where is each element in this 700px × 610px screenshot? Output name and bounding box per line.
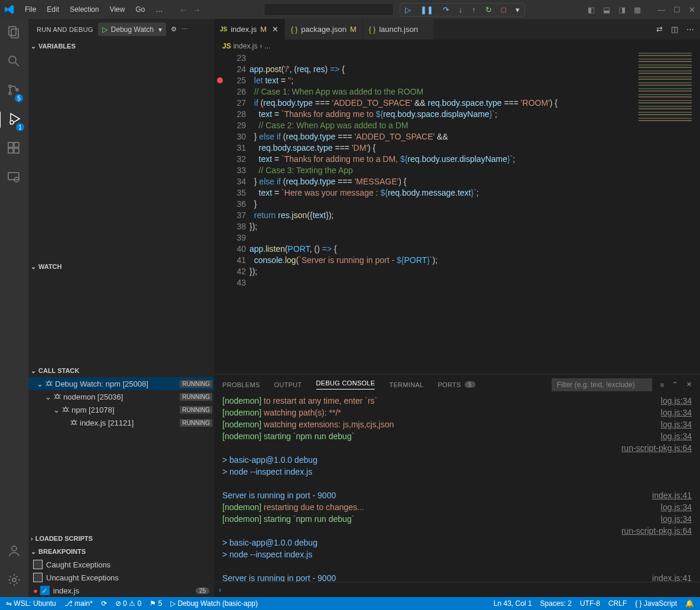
activity-explorer[interactable] [0, 25, 29, 41]
activity-search[interactable] [0, 54, 29, 70]
section-watch[interactable]: ⌄WATCH [28, 260, 214, 273]
code-line[interactable]: 43 [214, 277, 700, 288]
debug-dropdown-icon[interactable]: ▾ [516, 5, 520, 14]
menu-…[interactable]: … [151, 3, 167, 16]
restart-icon[interactable]: ↻ [485, 5, 492, 14]
section-loaded-scripts[interactable]: ›LOADED SCRIPTS [28, 532, 214, 545]
clear-console-icon[interactable]: ⌃ [672, 381, 678, 388]
code-line[interactable]: 34 } else if (req.body.type === 'MESSAGE… [214, 176, 700, 187]
code-line[interactable]: 36 } [214, 199, 700, 210]
section-variables[interactable]: ⌄VARIABLES [28, 40, 214, 53]
code-line[interactable]: 26 // Case 1: When App was added to the … [214, 86, 700, 98]
activity-scm[interactable]: 5 [0, 83, 29, 99]
start-debug-icon[interactable]: ▷ [102, 25, 108, 34]
stop-icon[interactable]: □ [501, 5, 506, 14]
code-line[interactable]: 42}); [214, 266, 700, 277]
status-item[interactable]: CRLF [608, 599, 627, 608]
debug-config-select[interactable]: ▷ Debug Watch ▾ [98, 22, 166, 36]
status-item[interactable]: { } JavaScript [635, 599, 677, 608]
status-item[interactable]: 🔔 [685, 599, 694, 608]
continue-icon[interactable]: ▷ [405, 5, 411, 14]
menu-go[interactable]: Go [131, 3, 150, 16]
tab-index.js[interactable]: JSindex.jsM✕ [214, 19, 285, 40]
code-line[interactable]: 31 req.body.space.type === 'DM') { [214, 142, 700, 154]
breadcrumb[interactable]: JS index.js › ... [214, 40, 700, 53]
more-icon[interactable]: ⋯ [686, 25, 694, 34]
code-line[interactable]: 23 [214, 53, 700, 64]
close-panel-icon[interactable]: ✕ [686, 381, 692, 388]
pause-icon[interactable]: ❚❚ [420, 5, 433, 14]
more-icon[interactable]: ⋯ [182, 25, 188, 33]
nav-back-icon[interactable]: ← [179, 5, 187, 14]
status-item[interactable]: Spaces: 2 [540, 599, 572, 608]
maximize-icon[interactable]: ☐ [673, 5, 680, 14]
console-filter-input[interactable]: Filter (e.g. text, !exclude) [552, 378, 652, 391]
callstack-row[interactable]: ⌄nodemon [25036]RUNNING [28, 390, 214, 403]
checkbox[interactable] [33, 560, 43, 569]
code-line[interactable]: 27 if (req.body.type === 'ADDED_TO_SPACE… [214, 98, 700, 109]
code-line[interactable]: 30 } else if (req.body.type === 'ADDED_T… [214, 131, 700, 142]
breakpoint-row[interactable]: ●✓index.js25 [28, 584, 214, 597]
status-item[interactable]: Ln 43, Col 1 [494, 599, 532, 608]
settings-gear-icon[interactable] [7, 573, 21, 589]
debug-console-output[interactable]: [nodemon] to restart at any time, enter … [214, 395, 700, 582]
menu-edit[interactable]: Edit [42, 3, 64, 16]
code-line[interactable]: 39 [214, 232, 700, 244]
breakpoint-row[interactable]: Uncaught Exceptions [28, 571, 214, 584]
code-line[interactable]: 32 text = `Thanks for adding me to a DM,… [214, 154, 700, 165]
menu-selection[interactable]: Selection [65, 3, 103, 16]
activity-remote[interactable] [0, 170, 29, 186]
layout-toggle-bottom-icon[interactable]: ⬓ [603, 5, 610, 14]
console-source-link[interactable]: log.js:34 [661, 501, 692, 513]
status-item[interactable]: ⎇ main* [64, 599, 93, 608]
breakpoint-row[interactable]: Caught Exceptions [28, 558, 214, 571]
code-line[interactable]: 28 text = `Thanks for adding me to ${req… [214, 109, 700, 120]
console-source-link[interactable]: index.js:41 [652, 489, 692, 501]
status-item[interactable]: UTF-8 [580, 599, 600, 608]
chevron-down-icon[interactable]: ▾ [158, 25, 162, 34]
status-item[interactable]: ⚑ 5 [150, 599, 162, 608]
code-line[interactable]: 25 let text = ''; [214, 75, 700, 86]
console-source-link[interactable]: index.js:41 [652, 572, 692, 582]
console-source-link[interactable]: run-script-pkg.js:64 [621, 442, 692, 454]
tab-launch.json[interactable]: { }launch.json [363, 19, 434, 40]
status-item[interactable]: ⊘ 0 ⚠ 0 [115, 599, 141, 608]
breakpoint-dot-icon[interactable] [217, 77, 223, 83]
layout-toggle-right-icon[interactable]: ◨ [618, 5, 626, 14]
step-out-icon[interactable]: ↑ [472, 5, 476, 14]
command-center[interactable] [264, 3, 394, 16]
console-source-link[interactable]: log.js:34 [661, 430, 692, 442]
code-line[interactable]: 41 console.log(`Server is running in por… [214, 255, 700, 266]
layout-customize-icon[interactable]: ▦ [634, 5, 641, 14]
section-callstack[interactable]: ⌄CALL STACK [28, 364, 214, 377]
code-line[interactable]: 35 text = `Here was your message : ${req… [214, 187, 700, 199]
split-icon[interactable]: ◫ [671, 25, 678, 34]
status-item[interactable]: ⇋ WSL: Ubuntu [6, 599, 56, 608]
panel-tab-debug-console[interactable]: DEBUG CONSOLE [316, 379, 375, 390]
code-line[interactable]: 40app.listen(PORT, () => { [214, 244, 700, 255]
minimap[interactable] [639, 53, 692, 124]
gear-icon[interactable]: ⚙ [171, 25, 177, 33]
debug-console-input[interactable]: › [214, 582, 700, 597]
console-source-link[interactable]: run-script-pkg.js:64 [621, 525, 692, 537]
code-line[interactable]: 24app.post('/', (req, res) => { [214, 64, 700, 75]
panel-tab-terminal[interactable]: TERMINAL [389, 381, 423, 388]
code-line[interactable]: 29 // Case 2: When App was added to a DM [214, 120, 700, 131]
checkbox[interactable]: ✓ [40, 586, 50, 595]
console-source-link[interactable]: log.js:34 [661, 407, 692, 418]
panel-tab-output[interactable]: OUTPUT [274, 381, 302, 388]
status-item[interactable]: ⟳ [101, 599, 107, 608]
callstack-row[interactable]: ⌄npm [21078]RUNNING [28, 403, 214, 416]
close-window-icon[interactable]: ✕ [689, 5, 695, 14]
nav-forward-icon[interactable]: → [193, 5, 200, 14]
status-item[interactable]: ▷ Debug Watch (basic-app) [170, 599, 258, 608]
panel-tab-ports[interactable]: PORTS [438, 381, 461, 388]
tree-view-icon[interactable]: ≡ [660, 381, 665, 388]
console-source-link[interactable]: log.js:34 [661, 395, 692, 407]
layout-toggle-left-icon[interactable]: ◧ [588, 5, 595, 14]
activity-debug[interactable]: 1 [0, 112, 29, 128]
checkbox[interactable] [33, 573, 43, 582]
minimize-icon[interactable]: — [657, 5, 665, 14]
menu-file[interactable]: File [20, 3, 41, 16]
panel-tab-problems[interactable]: PROBLEMS [222, 381, 260, 388]
